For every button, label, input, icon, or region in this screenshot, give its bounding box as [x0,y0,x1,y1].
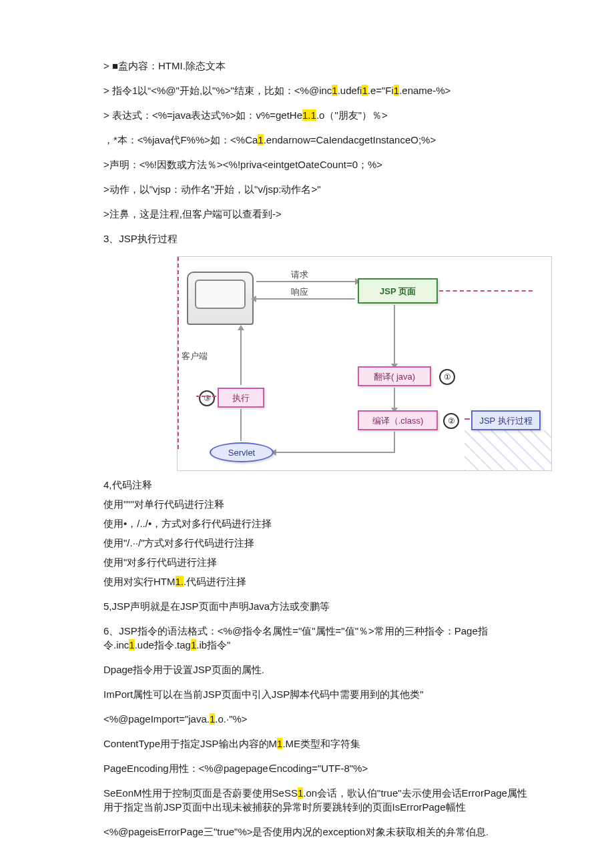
connector [240,409,242,441]
dashed-connector [465,418,470,421]
text-fragment: .代码进行注择 [184,576,246,587]
hl-1: 1 [394,85,399,96]
section-heading: 3、JSP执行过程 [103,232,534,246]
response-arrow [256,298,355,300]
request-label: 请求 [291,269,308,281]
step-1-icon: ① [439,369,455,385]
text-line: SeEonM性用于控制页面是否蔚要使用SeSS1.on会话，歌认伯"true"去… [103,786,534,814]
text-fragment: .ib指令" [196,639,230,650]
hl-1: 1 [129,639,134,650]
dashed-connector [178,321,179,449]
text-line: > 指令1以“<%@"开始,以"%>"结束，比如：<%@inc1.udefi1.… [103,83,534,97]
text-line: 使用•，/../•，方式对多行代码进行注择 [103,516,534,530]
hl-1: 1 [362,85,367,96]
request-arrow [256,281,355,282]
hl-1dot: 1. [176,576,184,587]
text-line: 使用对实行HTM1..代码进行注择 [103,574,534,588]
text-fragment: <%@pageImport="java. [103,713,210,725]
text-fragment: ，*本：<%java代F%%>如：<%Ca [103,134,258,145]
text-line: >声明：<%!因数或方法％><%!priva<eintgetOateCount=… [103,157,534,171]
hl-1: 1 [191,639,196,650]
text-line: > ■盍内容：HTMI.除态文本 [103,59,534,73]
arrow-translate-compile [394,388,395,408]
text-line: 使用"""对单行代码进行注释 [103,497,534,511]
translate-box: 翻译( java) [358,366,431,386]
arrow-jsp-translate [394,305,395,364]
jsp-flow-diagram: 客户端 请求 响应 JSP 页面 翻译( java) ① 编译（.class) … [177,256,552,471]
response-label: 响应 [291,286,308,298]
dashed-connector [439,290,533,293]
text-line: PageEncoding用性：<%@pagepage∈ncoding="UTF-… [103,761,534,775]
client-label: 客户端 [182,350,208,362]
text-fragment: .ename-%> [399,85,450,96]
text-fragment: .o（"朋友"）％> [316,109,388,121]
step-3-icon: ③ [199,390,215,406]
hl-1: 1 [258,134,263,145]
client-monitor-icon [187,272,254,325]
text-fragment: .e="Fi [368,85,394,96]
hl-1: 1 [332,85,337,96]
dashed-connector [196,396,216,398]
jsp-process-box: JSP 执行过程 [471,410,541,430]
hatch-pattern-icon [465,430,551,470]
step-2-icon: ② [443,413,459,429]
text-line: > 表达式：<%=java表达式%>如：v%=getHe1.1.o（"朋友"）％… [103,108,534,122]
text-line: >动作，以"vjsp：动作名"开始，以"v/jsp:动作名>" [103,182,534,196]
arrow-execute-up [240,330,242,385]
execute-box: 执行 [218,388,264,408]
text-fragment: > 表达式：<%=java表达式%>如：v%=getHe [103,109,302,121]
servlet-box: Servlet [210,442,274,462]
hl-1: 1 [298,787,303,799]
arrow-to-servlet [276,452,395,453]
text-line: >注鼻，这是注程,但客户端可以查看到-> [103,207,534,221]
section-heading: 4,代码注释 [103,478,534,492]
text-fragment: .udefi [338,85,362,96]
text-line: ，*本：<%java代F%%>如：<%Ca1.endarnow=CaIendac… [103,133,534,147]
text-fragment: > 指令1以“<%@"开始,以"%>"结束，比如：<%@inc [103,85,332,96]
compile-box: 编译（.class) [358,410,438,430]
text-line: 使用"/.··/"方式对多行代码进行注择 [103,536,534,550]
text-line: <%@pageImport="java.1.o.·"%> [103,712,534,726]
text-fragment: SeEonM性用于控制页面是否蔚要使用SeSS [103,787,298,799]
text-fragment: 使用对实行HTM [103,576,176,587]
text-fragment: .endarnow=CaIendacgetInstanceO;%> [264,134,436,145]
text-fragment: .ude指令.tag [135,639,191,650]
text-line: <%@pageisErrorPage三"true"%>是否使用内况的except… [103,825,534,839]
connector [394,432,395,452]
text-line: ImPort属性可以在当前JSP页面中引入JSP脚本代码中需要用到的其他类" [103,687,534,701]
document-page: > ■盍内容：HTMI.除态文本 > 指令1以“<%@"开始,以"%>"结束，比… [0,0,614,868]
text-line: ContentType用于指定JSP输出内容的M1.ME类型和字符集 [103,737,534,751]
jsp-page-box: JSP 页面 [358,278,438,304]
text-line: 使用"对多行代码进行注择 [103,555,534,569]
text-line: 5,JSP声明就是在JSP页面中声明Java方法或变鹏等 [103,599,534,613]
text-line: Dpage指令用于设置JSP页面的属性. [103,663,534,677]
text-fragment: .ME类型和字符集 [282,738,360,749]
text-fragment: .o.·"%> [215,713,247,725]
text-line: 6、JSP指令的语法格式：<%@指令名属性="值"属性="值"％>常用的三种指令… [103,624,534,652]
hl-11: 1.1 [302,109,316,121]
text-fragment: ContentType用于指定JSP输出内容的M [103,738,277,749]
dashed-connector [178,257,179,321]
